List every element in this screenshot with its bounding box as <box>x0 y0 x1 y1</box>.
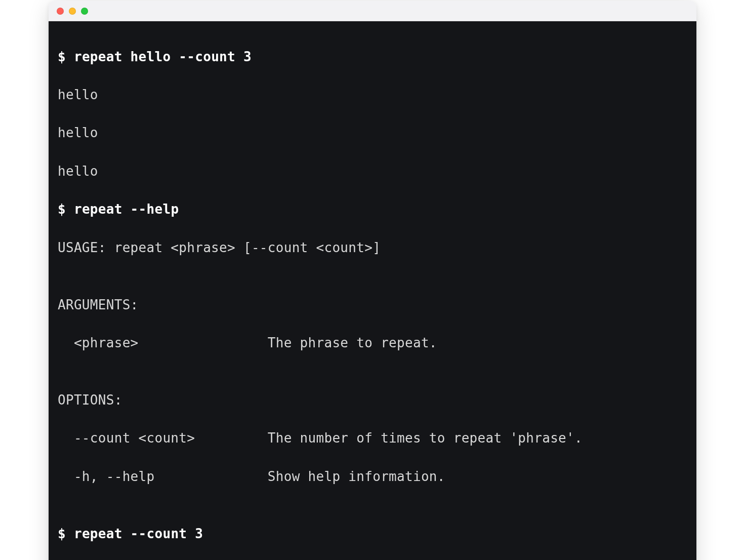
output-line: hello <box>58 86 687 105</box>
output-line: ARGUMENTS: <box>58 296 687 315</box>
output-line: --count <count> The number of times to r… <box>58 429 687 448</box>
output-line: OPTIONS: <box>58 391 687 410</box>
prompt-symbol: $ <box>58 526 66 541</box>
prompt-symbol: $ <box>58 202 66 217</box>
output-line: USAGE: repeat <phrase> [--count <count>] <box>58 238 687 258</box>
maximize-icon[interactable] <box>81 8 88 15</box>
close-icon[interactable] <box>57 8 64 15</box>
command-line-1: $ repeat hello --count 3 <box>58 48 687 67</box>
output-line: hello <box>58 124 687 143</box>
command-text: repeat hello --count 3 <box>74 49 252 64</box>
prompt-symbol: $ <box>58 49 66 64</box>
minimize-icon[interactable] <box>69 8 76 15</box>
output-line: <phrase> The phrase to repeat. <box>58 334 687 353</box>
output-line: -h, --help Show help information. <box>58 467 687 487</box>
command-line-3: $ repeat --count 3 <box>58 525 687 544</box>
terminal-window: $ repeat hello --count 3 hello hello hel… <box>49 1 696 560</box>
command-text: repeat --help <box>74 202 179 217</box>
command-line-2: $ repeat --help <box>58 200 687 219</box>
window-titlebar <box>49 1 696 21</box>
output-line: hello <box>58 162 687 181</box>
command-text: repeat --count 3 <box>74 526 203 541</box>
terminal-body[interactable]: $ repeat hello --count 3 hello hello hel… <box>49 21 696 560</box>
